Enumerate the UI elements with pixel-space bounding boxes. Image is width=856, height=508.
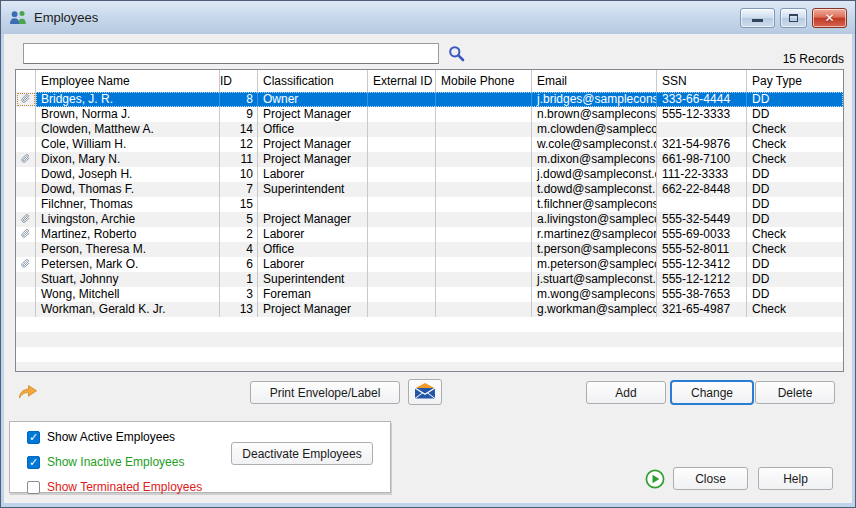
deactivate-employees-button[interactable]: Deactivate Employees xyxy=(231,442,373,465)
checkbox-show-terminated-employees[interactable] xyxy=(27,481,40,494)
table-row[interactable]: Petersen, Mark O.6Laborerm.peterson@samp… xyxy=(16,257,843,272)
envelope-icon xyxy=(414,382,436,402)
column-header-classification[interactable]: Classification xyxy=(258,70,368,92)
cell-pay_type: Check xyxy=(747,152,843,167)
column-header-email[interactable]: Email xyxy=(532,70,657,92)
filter-label: Show Terminated Employees xyxy=(47,480,202,494)
cell-name: Bridges, J. R. xyxy=(36,92,220,107)
employees-table: Employee NameIDClassificationExternal ID… xyxy=(15,69,844,372)
cell-classification: Office xyxy=(258,122,368,137)
cell-pay_type: Check xyxy=(747,227,843,242)
cell-external_id xyxy=(368,227,436,242)
cell-id: 7 xyxy=(220,182,258,197)
cell-name: Filchner, Thomas xyxy=(36,197,220,212)
cell-mobile_phone xyxy=(436,122,532,137)
cell-id: 1 xyxy=(220,272,258,287)
cell-email: j.dowd@sampleconst.c xyxy=(532,167,657,182)
paperclip-icon xyxy=(21,227,30,242)
cell-name: Petersen, Mark O. xyxy=(36,257,220,272)
column-header-employee-name[interactable]: Employee Name xyxy=(36,70,220,92)
cell-id: 5 xyxy=(220,212,258,227)
table-row[interactable]: Filchner, Thomas15t.filchner@sampleconsD… xyxy=(16,197,843,212)
check-icon: ✓ xyxy=(29,432,38,443)
cell-external_id xyxy=(368,287,436,302)
minimize-button[interactable] xyxy=(740,8,775,28)
table-row[interactable]: Bridges, J. R.8Ownerj.bridges@samplecons… xyxy=(16,92,843,107)
envelope-button[interactable] xyxy=(408,379,442,405)
table-row[interactable]: Clowden, Matthew A.14Officem.clowden@sam… xyxy=(16,122,843,137)
cell-mobile_phone xyxy=(436,167,532,182)
play-circle-icon[interactable] xyxy=(645,469,665,492)
print-envelope-label-button[interactable]: Print Envelope/Label xyxy=(250,381,400,404)
cell-email: w.cole@sampleconst.c xyxy=(532,137,657,152)
table-row[interactable]: Livingston, Archie5Project Managera.livi… xyxy=(16,212,843,227)
cell-ssn: 661-98-7100 xyxy=(657,152,747,167)
cell-id: 4 xyxy=(220,242,258,257)
cell-pay_type: DD xyxy=(747,287,843,302)
cell-ssn: 321-65-4987 xyxy=(657,302,747,317)
redo-arrow-icon[interactable] xyxy=(17,384,38,403)
cell-id: 10 xyxy=(220,167,258,182)
table-row[interactable]: Brown, Norma J.9Project Managern.brown@s… xyxy=(16,107,843,122)
cell-mobile_phone xyxy=(436,197,532,212)
search-input[interactable] xyxy=(23,43,439,64)
search-icon[interactable] xyxy=(448,45,465,65)
cell-name: Person, Theresa M. xyxy=(36,242,220,257)
attachment-cell xyxy=(16,212,36,227)
checkbox-show-inactive-employees[interactable]: ✓ xyxy=(27,456,40,469)
cell-mobile_phone xyxy=(436,152,532,167)
window-title: Employees xyxy=(34,10,98,25)
table-row[interactable]: Person, Theresa M.4Officet.person@sample… xyxy=(16,242,843,257)
table-row[interactable]: Stuart, Johnny1Superintendentj.stuart@sa… xyxy=(16,272,843,287)
cell-mobile_phone xyxy=(436,92,532,107)
table-row[interactable]: Workman, Gerald K. Jr.13Project Managerg… xyxy=(16,302,843,317)
maximize-icon xyxy=(789,14,798,22)
checkbox-show-active-employees[interactable]: ✓ xyxy=(27,431,40,444)
column-header-id[interactable]: ID xyxy=(220,70,258,92)
attachment-cell xyxy=(16,137,36,152)
close-window-button[interactable]: ✕ xyxy=(812,8,847,28)
table-row[interactable]: Cole, William H.12Project Managerw.cole@… xyxy=(16,137,843,152)
table-row[interactable]: Dixon, Mary N.11Project Managerm.dixon@s… xyxy=(16,152,843,167)
cell-classification: Foreman xyxy=(258,287,368,302)
cell-ssn: 662-22-8448 xyxy=(657,182,747,197)
column-header-external-id[interactable]: External ID xyxy=(368,70,436,92)
cell-email: m.wong@samplecons xyxy=(532,287,657,302)
cell-mobile_phone xyxy=(436,287,532,302)
cell-mobile_phone xyxy=(436,227,532,242)
table-row[interactable]: Dowd, Thomas F.7Superintendentt.dowd@sam… xyxy=(16,182,843,197)
column-header-attachment[interactable] xyxy=(16,70,36,92)
cell-classification: Project Manager xyxy=(258,302,368,317)
cell-pay_type: DD xyxy=(747,182,843,197)
column-header-mobile-phone[interactable]: Mobile Phone xyxy=(436,70,532,92)
cell-classification: Owner xyxy=(258,92,368,107)
delete-button[interactable]: Delete xyxy=(755,381,835,404)
column-header-pay-type[interactable]: Pay Type xyxy=(747,70,843,92)
cell-ssn: 321-54-9876 xyxy=(657,137,747,152)
column-header-ssn[interactable]: SSN xyxy=(657,70,747,92)
cell-classification xyxy=(258,197,368,212)
close-button[interactable]: Close xyxy=(673,467,748,490)
cell-ssn xyxy=(657,122,747,137)
cell-external_id xyxy=(368,257,436,272)
table-row[interactable]: Wong, Mitchell3Foremanm.wong@samplecons5… xyxy=(16,287,843,302)
cell-name: Clowden, Matthew A. xyxy=(36,122,220,137)
paperclip-icon xyxy=(21,212,30,227)
cell-classification: Superintendent xyxy=(258,182,368,197)
table-row[interactable]: Martinez, Roberto2Laborerr.martinez@samp… xyxy=(16,227,843,242)
add-button[interactable]: Add xyxy=(586,381,666,404)
table-row[interactable]: Dowd, Joseph H.10Laborerj.dowd@samplecon… xyxy=(16,167,843,182)
cell-mobile_phone xyxy=(436,137,532,152)
help-button[interactable]: Help xyxy=(758,467,833,490)
cell-email: t.dowd@sampleconst. xyxy=(532,182,657,197)
cell-email: g.workman@sampleco xyxy=(532,302,657,317)
title-bar: Employees ✕ xyxy=(1,1,855,34)
cell-name: Wong, Mitchell xyxy=(36,287,220,302)
change-button[interactable]: Change xyxy=(670,380,754,405)
cell-external_id xyxy=(368,197,436,212)
cell-mobile_phone xyxy=(436,272,532,287)
maximize-button[interactable] xyxy=(780,8,807,28)
cell-email: m.peterson@sampleco xyxy=(532,257,657,272)
attachment-cell xyxy=(16,257,36,272)
attachment-cell xyxy=(16,272,36,287)
